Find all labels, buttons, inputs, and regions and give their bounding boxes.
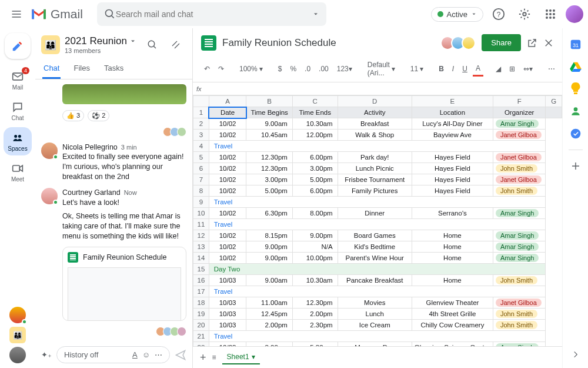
pinned-avatar[interactable] bbox=[9, 347, 26, 363]
merge-icon[interactable]: ⇔▾ bbox=[520, 62, 536, 75]
italic-icon[interactable]: I bbox=[449, 62, 457, 75]
sheet-preview bbox=[68, 267, 181, 321]
search-icon[interactable] bbox=[142, 34, 163, 55]
decimal-inc-icon[interactable]: .00 bbox=[316, 62, 332, 75]
reaction-chip[interactable]: 👍3 bbox=[62, 110, 84, 121]
apps-icon[interactable] bbox=[540, 4, 561, 25]
chevron-down-icon[interactable] bbox=[312, 11, 319, 18]
plus-sparkle-icon[interactable]: ✦₊ bbox=[41, 350, 52, 359]
decimal-dec-icon[interactable]: .0 bbox=[302, 62, 313, 75]
space-panel: 👨‍👩‍👦 2021 Reunion 13 members Chat Files… bbox=[35, 28, 193, 368]
rail-chat[interactable]: Chat bbox=[4, 97, 32, 125]
toolbar: ↶ ↷ 100% ▾ $ % .0 .00 123▾ Default (Ari.… bbox=[193, 56, 562, 82]
percent-icon[interactable]: % bbox=[287, 62, 299, 75]
spaces-icon bbox=[11, 131, 24, 144]
status-label: Active bbox=[447, 10, 467, 19]
share-button[interactable]: Share bbox=[482, 34, 521, 51]
menu-icon[interactable] bbox=[5, 2, 28, 26]
status-dot-icon bbox=[437, 11, 443, 17]
space-avatar: 👨‍👩‍👦 bbox=[41, 35, 60, 54]
svg-point-21 bbox=[573, 107, 577, 111]
format-icon[interactable]: A bbox=[132, 350, 138, 359]
sheet-tab[interactable]: Sheet1 ▾ bbox=[222, 350, 260, 364]
reaction-chip[interactable]: ⚽2 bbox=[88, 110, 109, 121]
status-chip[interactable]: Active bbox=[431, 7, 483, 22]
search-box[interactable] bbox=[97, 2, 326, 26]
chevron-right-icon[interactable] bbox=[569, 348, 582, 361]
svg-point-10 bbox=[546, 16, 548, 19]
svg-text:31: 31 bbox=[572, 42, 578, 48]
all-sheets-icon[interactable]: ≡ bbox=[212, 353, 216, 362]
font-size[interactable]: 11 ▾ bbox=[407, 62, 426, 75]
account-avatar[interactable] bbox=[566, 5, 583, 23]
timestamp: Now bbox=[124, 188, 137, 197]
chat-image[interactable] bbox=[62, 84, 186, 104]
chat-input[interactable]: History off A ☺ ⋯ bbox=[56, 346, 170, 363]
document-title[interactable]: Family Reunion Schedule bbox=[222, 37, 336, 49]
borders-icon[interactable]: ⊞ bbox=[506, 62, 518, 75]
collapse-icon[interactable] bbox=[165, 34, 186, 55]
top-bar: Gmail Active ? bbox=[0, 0, 588, 28]
message-body: Let's have a look! bbox=[62, 198, 186, 208]
contacts-icon[interactable] bbox=[569, 105, 582, 118]
sheet-viewer: Family Reunion Schedule Share ↶ ↷ 100% ▾… bbox=[193, 28, 562, 368]
collaborator-avatars[interactable] bbox=[444, 36, 476, 50]
keep-icon[interactable] bbox=[569, 82, 582, 95]
tasks-icon[interactable] bbox=[569, 127, 582, 140]
rail-spaces[interactable]: Spaces bbox=[4, 127, 32, 155]
avatar bbox=[41, 188, 58, 204]
sheet-attachment-card[interactable]: Family Reunion Schedule 8 changes since … bbox=[62, 247, 186, 321]
rail-label: Chat bbox=[11, 115, 24, 121]
emoji-icon[interactable]: ☺ bbox=[142, 350, 150, 359]
rail-mail[interactable]: 4 Mail bbox=[4, 66, 32, 94]
compose-button[interactable] bbox=[5, 33, 31, 59]
gear-icon[interactable] bbox=[514, 4, 535, 25]
underline-icon[interactable]: U bbox=[459, 62, 470, 75]
svg-point-4 bbox=[546, 9, 548, 12]
chat-message: Nicola Pellegrino3 min Excited to finall… bbox=[41, 142, 186, 183]
search-input[interactable] bbox=[116, 9, 312, 19]
rail-meet[interactable]: Meet bbox=[4, 158, 32, 186]
rail-label: Meet bbox=[11, 176, 24, 183]
space-title[interactable]: 2021 Reunion bbox=[65, 35, 136, 47]
font-select[interactable]: Default (Ari... ▾ bbox=[365, 58, 398, 79]
tab-files[interactable]: Files bbox=[72, 59, 91, 79]
tab-chat[interactable]: Chat bbox=[42, 59, 61, 79]
avatar bbox=[41, 142, 58, 159]
sheets-icon bbox=[68, 252, 78, 263]
send-icon[interactable] bbox=[175, 349, 186, 361]
svg-point-17 bbox=[148, 41, 155, 47]
more-icon[interactable]: ⋯ bbox=[545, 62, 558, 75]
rail-label: Spaces bbox=[8, 145, 27, 152]
zoom-select[interactable]: 100% ▾ bbox=[236, 62, 266, 75]
pinned-space[interactable]: 👨‍👩‍👦 bbox=[9, 327, 26, 343]
more-icon[interactable]: ⋯ bbox=[155, 350, 162, 359]
svg-point-9 bbox=[553, 13, 555, 15]
fill-color-icon[interactable]: ◢ bbox=[493, 62, 504, 75]
spreadsheet-grid[interactable]: ABCDEFG1DateTime BeginsTime EndsActivity… bbox=[193, 95, 562, 346]
tab-tasks[interactable]: Tasks bbox=[103, 59, 125, 79]
redo-icon[interactable]: ↷ bbox=[215, 62, 227, 75]
more-formats[interactable]: 123▾ bbox=[334, 62, 355, 75]
undo-icon[interactable]: ↶ bbox=[201, 62, 213, 75]
bold-icon[interactable]: B bbox=[436, 62, 447, 75]
drive-icon[interactable] bbox=[569, 60, 582, 73]
gmail-logo[interactable]: Gmail bbox=[31, 7, 83, 21]
text-color-icon[interactable]: A bbox=[473, 62, 483, 77]
svg-point-3 bbox=[523, 12, 526, 16]
meet-icon bbox=[11, 162, 24, 175]
currency-icon[interactable]: $ bbox=[275, 62, 285, 75]
help-icon[interactable]: ? bbox=[488, 4, 509, 25]
open-new-icon[interactable] bbox=[527, 38, 537, 48]
close-icon[interactable] bbox=[543, 38, 554, 48]
chat-message: Courtney GarlandNow Let's have a look! O… bbox=[41, 188, 186, 241]
calendar-icon[interactable]: 31 bbox=[569, 38, 582, 51]
svg-point-7 bbox=[546, 13, 548, 15]
pinned-avatar[interactable] bbox=[9, 307, 26, 323]
add-icon[interactable] bbox=[569, 160, 582, 173]
add-sheet-icon[interactable]: + bbox=[200, 352, 206, 364]
timestamp: 3 min bbox=[121, 143, 137, 152]
formula-bar[interactable]: fx bbox=[193, 82, 562, 95]
svg-point-6 bbox=[553, 9, 555, 12]
svg-point-8 bbox=[549, 13, 552, 15]
